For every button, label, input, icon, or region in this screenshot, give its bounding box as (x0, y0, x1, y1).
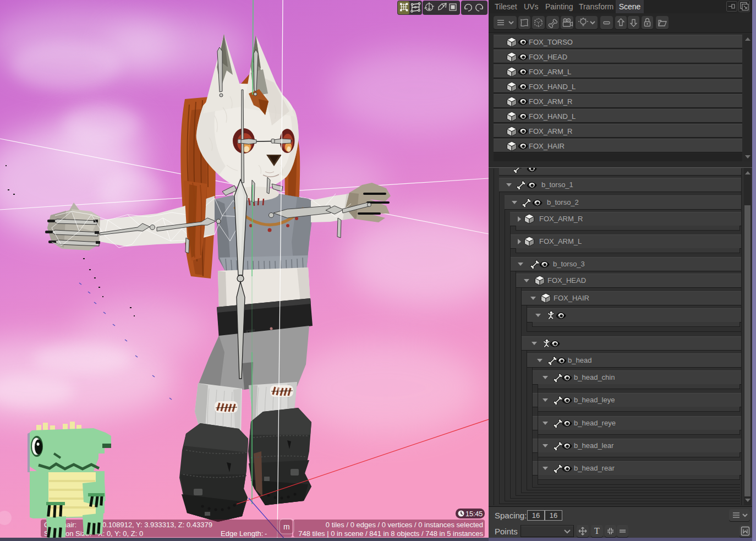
svg-text:Edge Length:: Edge Length: (221, 529, 263, 538)
svg-text:X: 0, Y: 0, Z: 0: X: 0, Y: 0, Z: 0 (98, 529, 143, 538)
svg-text:-: - (265, 529, 267, 538)
svg-text:0 tiles / 0 edges / 0 vertices: 0 tiles / 0 edges / 0 vertices / 0 insta… (326, 521, 483, 529)
svg-text:m: m (283, 522, 290, 531)
svg-text:748 tiles | 0 in scene / 841 i: 748 tiles | 0 in scene / 841 in 8 object… (298, 529, 483, 538)
svg-text:X: 0.108912, Y: 3.933313, Z: 0: X: 0.108912, Y: 3.933313, Z: 0.43379 (94, 521, 212, 529)
svg-text:15:45: 15:45 (465, 510, 483, 518)
